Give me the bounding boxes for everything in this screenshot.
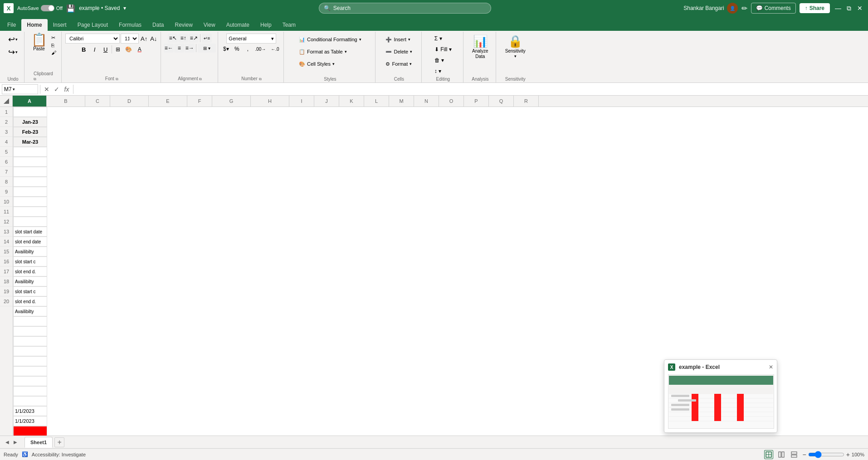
tab-file[interactable]: File (2, 19, 21, 31)
tab-insert[interactable]: Insert (48, 19, 72, 31)
cell-styles-button[interactable]: 🎨 Cell Styles ▾ (296, 58, 364, 70)
scroll-tabs-right-button[interactable]: ▶ (12, 439, 19, 446)
cell-G2[interactable]: slot start c (13, 286, 47, 296)
analyze-data-button[interactable]: 📊 AnalyzeData (469, 34, 491, 60)
clear-button[interactable]: 🗑 ▾ (433, 55, 454, 65)
col-header-P[interactable]: P (464, 96, 489, 107)
row-header-13[interactable]: 13 (0, 227, 13, 237)
cell-ref-dropdown[interactable]: ▾ (13, 87, 15, 92)
autosum-button[interactable]: Σ ▾ (433, 34, 454, 44)
copy-button[interactable]: ⎘ (50, 42, 58, 48)
col-header-B[interactable]: B (47, 96, 85, 107)
cell-R1[interactable] (13, 217, 47, 227)
restore-button[interactable]: ⧉ (844, 4, 853, 13)
row-header-1[interactable]: 1 (0, 107, 13, 117)
conditional-formatting-button[interactable]: 📊 Conditional Formatting ▾ (296, 34, 364, 45)
decrease-decimal-button[interactable]: ←.0 (268, 44, 282, 53)
col-header-J[interactable]: J (314, 96, 339, 107)
cell-K1[interactable] (13, 147, 47, 157)
row-header-18[interactable]: 18 (0, 276, 13, 286)
cell-E2[interactable]: slot end d. (13, 266, 47, 276)
cell-Q1[interactable] (13, 207, 47, 217)
cell-B2[interactable]: slot end date (13, 237, 47, 247)
merge-cells-button[interactable]: ⊞ ▾ (198, 44, 216, 53)
font-family-selector[interactable]: Calibri (65, 34, 120, 44)
tab-help[interactable]: Help (255, 19, 277, 31)
bold-button[interactable]: B (79, 44, 89, 54)
col-header-I[interactable]: I (289, 96, 314, 107)
comma-button[interactable]: , (243, 44, 253, 53)
col-header-N[interactable]: N (414, 96, 439, 107)
cell-D2[interactable]: slot start c (13, 257, 47, 266)
edit-icon[interactable]: ✏ (741, 4, 747, 13)
page-break-view-button[interactable] (790, 450, 799, 459)
cell-O2[interactable] (13, 366, 47, 376)
row-header-8[interactable]: 8 (0, 177, 13, 187)
row-header-2[interactable]: 2 (0, 117, 13, 127)
font-color-button[interactable]: A (135, 44, 145, 54)
cell-K2[interactable] (13, 326, 47, 336)
autosave-toggle[interactable] (41, 5, 54, 11)
scroll-tabs-left-button[interactable]: ◀ (4, 439, 11, 446)
paste-button[interactable]: 📋 Paste (29, 33, 49, 52)
cell-C3[interactable] (13, 426, 47, 436)
formula-function-icon[interactable]: fx (62, 85, 71, 94)
search-bar[interactable]: 🔍 Search (319, 3, 491, 14)
formula-input[interactable] (75, 84, 866, 94)
borders-button[interactable]: ⊞ (113, 44, 123, 54)
row-header-19[interactable]: 19 (0, 286, 13, 296)
tab-home[interactable]: Home (21, 19, 47, 31)
zoom-slider[interactable] (808, 451, 844, 458)
tab-data[interactable]: Data (147, 19, 169, 31)
col-header-F[interactable]: F (187, 96, 212, 107)
sheet-tab-sheet1[interactable]: Sheet1 (24, 437, 53, 448)
align-top-right-button[interactable]: ≡↗ (189, 34, 199, 43)
sensitivity-button[interactable]: 🔒 Sensitivity ▾ (502, 34, 528, 59)
col-header-L[interactable]: L (364, 96, 389, 107)
formula-confirm-icon[interactable]: ✓ (52, 85, 61, 94)
cell-L2[interactable] (13, 336, 47, 346)
row-header-6[interactable]: 6 (0, 157, 13, 167)
row-header-17[interactable]: 17 (0, 266, 13, 276)
col-header-R[interactable]: R (514, 96, 539, 107)
col-header-O[interactable]: O (439, 96, 464, 107)
cell-J2[interactable] (13, 316, 47, 326)
row-header-5[interactable]: 5 (0, 147, 13, 157)
redo-button[interactable]: ↪▾ (7, 46, 19, 58)
format-as-table-button[interactable]: 📋 Format as Table ▾ (296, 46, 364, 58)
col-header-E[interactable]: E (149, 96, 187, 107)
percent-button[interactable]: % (232, 44, 242, 53)
col-header-D[interactable]: D (110, 96, 149, 107)
tab-review[interactable]: Review (169, 19, 198, 31)
tab-team[interactable]: Team (277, 19, 301, 31)
align-right-button[interactable]: ≡→ (185, 44, 195, 53)
row-header-14[interactable]: 14 (0, 237, 13, 247)
corner-cell[interactable] (0, 96, 13, 107)
increase-font-size-button[interactable]: A↑ (140, 34, 148, 44)
cell-A3[interactable]: 1/1/2023 (13, 406, 47, 416)
cell-L1[interactable] (13, 157, 47, 167)
underline-button[interactable]: U (101, 44, 111, 54)
align-top-center-button[interactable]: ≡↑ (178, 34, 188, 43)
insert-cells-button[interactable]: ➕ Insert ▾ (383, 34, 415, 45)
cell-C2[interactable]: Availibilty (13, 247, 47, 257)
zoom-in-button[interactable]: + (846, 451, 850, 458)
row-header-11[interactable]: 11 (0, 207, 13, 217)
row-header-20[interactable]: 20 (0, 296, 13, 306)
share-button[interactable]: ↑ Share (800, 3, 830, 13)
col-header-K[interactable]: K (339, 96, 364, 107)
number-format-selector[interactable]: General ▾ (226, 34, 276, 44)
currency-button[interactable]: $▾ (221, 44, 231, 53)
tab-automate[interactable]: Automate (221, 19, 255, 31)
add-sheet-button[interactable]: + (54, 437, 64, 447)
align-left-button[interactable]: ≡← (164, 44, 174, 53)
cell-reference-box[interactable]: M7 ▾ (2, 84, 38, 94)
cell-N2[interactable] (13, 356, 47, 366)
row-header-15[interactable]: 15 (0, 247, 13, 257)
undo-button[interactable]: ↩▾ (7, 34, 19, 45)
cell-R2[interactable] (13, 396, 47, 406)
wrap-text-button[interactable]: ↵≡ (202, 34, 212, 43)
tab-view[interactable]: View (198, 19, 221, 31)
col-header-Q[interactable]: Q (489, 96, 514, 107)
sort-filter-button[interactable]: ↕ ▾ (433, 66, 454, 76)
